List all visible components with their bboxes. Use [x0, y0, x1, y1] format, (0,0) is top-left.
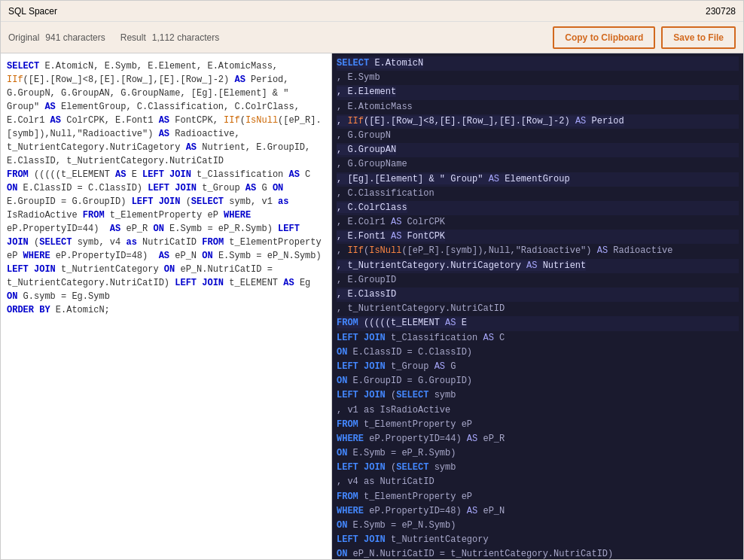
result-line: , G.GroupName: [337, 157, 739, 172]
result-panel: SELECT E.AtomicN , E.Symb , E.Element , …: [332, 53, 743, 559]
result-line: LEFT JOIN (SELECT symb: [337, 388, 739, 403]
result-line: FROM t_ElementProperty eP: [337, 418, 739, 432]
result-line: , [Eg].[Element] & " Group" AS ElementGr…: [337, 172, 739, 187]
result-sql: SELECT E.AtomicN , E.Symb , E.Element , …: [332, 53, 743, 559]
result-line: ON E.ClassID = C.ClassID): [337, 345, 739, 360]
result-line: LEFT JOIN t_NutrientCategory: [337, 533, 739, 547]
original-sql: SELECT E.AtomicN, E.Symb, E.Element, E.A…: [7, 59, 325, 317]
result-line: , E.Element: [337, 85, 739, 99]
result-line: , v1 as IsRadioActive: [337, 403, 739, 418]
result-line: WHERE eP.PropertyID=44) AS eP_R: [337, 432, 739, 446]
result-line: , E.GroupID: [337, 273, 739, 288]
result-line: , E.ClassID: [337, 288, 739, 302]
result-line: ON E.GroupID = G.GroupID): [337, 374, 739, 388]
result-line: SELECT E.AtomicN: [337, 56, 739, 71]
result-line: LEFT JOIN t_Classification AS C: [337, 331, 739, 345]
original-label: Original: [8, 32, 39, 43]
result-char-count: 1,112 characters: [152, 32, 219, 43]
result-line: FROM (((((t_ELEMENT AS E: [337, 316, 739, 330]
result-line: ON E.Symb = eP_N.Symb): [337, 519, 739, 533]
result-line: , G.GroupAN: [337, 143, 739, 157]
copy-button[interactable]: Copy to Clipboard: [553, 26, 655, 49]
result-line: , IIf(IsNull([eP_R].[symb]),Null,"Radioa…: [337, 244, 739, 258]
result-line: WHERE eP.PropertyID=48) AS eP_N: [337, 504, 739, 519]
result-line: LEFT JOIN t_Group AS G: [337, 360, 739, 374]
app-title: SQL Spacer: [8, 6, 57, 17]
result-line: FROM t_ElementProperty eP: [337, 490, 739, 504]
result-line: , G.GroupN: [337, 129, 739, 143]
original-panel: SELECT E.AtomicN, E.Symb, E.Element, E.A…: [1, 53, 332, 559]
result-info: Result 1,112 characters: [120, 32, 219, 43]
result-line: , E.Font1 AS FontCPK: [337, 230, 739, 244]
result-line: , E.Colr1 AS ColrCPK: [337, 215, 739, 230]
build-number: 230728: [706, 6, 736, 17]
result-line: LEFT JOIN (SELECT symb: [337, 461, 739, 475]
result-line: , E.Symb: [337, 71, 739, 85]
result-label: Result: [120, 32, 146, 43]
result-line: , C.ColrClass: [337, 201, 739, 215]
result-line: , t_NutrientCategory.NutriCatID: [337, 302, 739, 316]
original-char-count: 941 characters: [45, 32, 105, 43]
result-line: ON eP_N.NutriCatID = t_NutrientCategory.…: [337, 547, 739, 559]
result-line: , E.AtomicMass: [337, 100, 739, 114]
result-line: , v4 as NutriCatID: [337, 475, 739, 489]
result-line: , C.Classification: [337, 187, 739, 201]
result-line: , IIf([E].[Row_]<8,[E].[Row_],[E].[Row_]…: [337, 114, 739, 129]
original-info: Original 941 characters: [8, 32, 105, 43]
save-button[interactable]: Save to File: [661, 26, 736, 49]
result-line: ON E.Symb = eP_R.Symb): [337, 446, 739, 461]
result-line: , t_NutrientCategory.NutriCagetory AS Nu…: [337, 259, 739, 273]
